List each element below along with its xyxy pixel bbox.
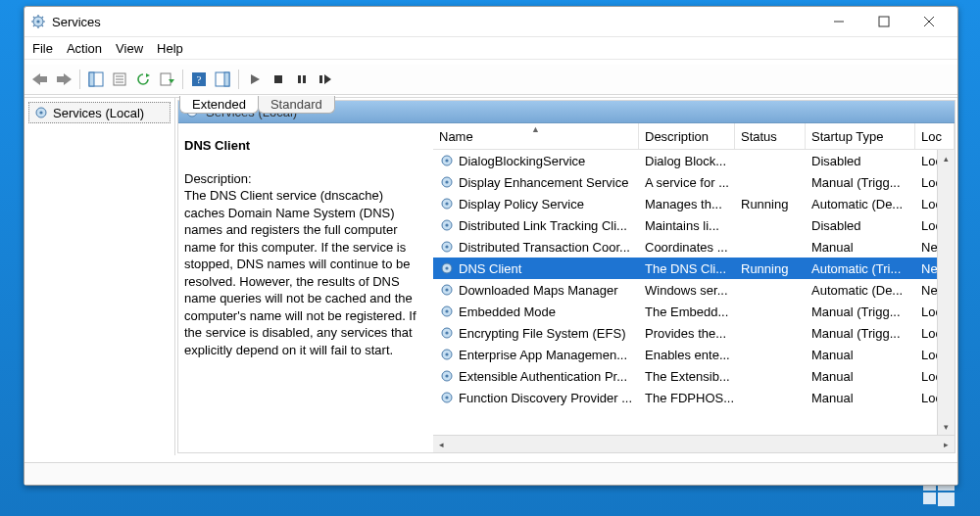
table-row[interactable]: Enterprise App Managemen...Enables ente.… (433, 344, 955, 365)
cell-name: Display Enhancement Service (433, 174, 639, 190)
service-name: DNS Client (184, 137, 423, 155)
table-row[interactable]: DNS ClientThe DNS Cli...RunningAutomatic… (433, 258, 955, 279)
svg-point-54 (445, 245, 448, 248)
svg-marker-18 (32, 73, 40, 85)
column-headers: Name▲ Description Status Startup Type Lo… (433, 123, 955, 150)
table-row[interactable]: Embedded ModeThe Embedd...Manual (Trigg.… (433, 301, 955, 322)
minimize-button[interactable] (816, 7, 861, 36)
cell-startup: Automatic (De... (806, 283, 915, 298)
gear-icon (33, 105, 49, 120)
menu-file[interactable]: File (32, 41, 53, 56)
table-row[interactable]: Extensible Authentication Pr...The Exten… (433, 365, 955, 387)
menu-action[interactable]: Action (67, 41, 102, 56)
cell-description: The Embedd... (639, 305, 735, 319)
tab-extended[interactable]: Extended (179, 96, 259, 114)
nav-tree: Services (Local) (24, 98, 175, 455)
scroll-left-icon[interactable]: ◂ (433, 436, 450, 452)
refresh-button[interactable] (131, 68, 155, 91)
table-row[interactable]: Distributed Transaction Coor...Coordinat… (433, 236, 955, 258)
svg-rect-3 (938, 493, 955, 506)
start-service-button[interactable] (243, 68, 267, 91)
cell-description: Dialog Block... (639, 154, 735, 168)
back-button[interactable] (28, 68, 52, 91)
maximize-button[interactable] (861, 7, 906, 36)
cell-name: DNS Client (433, 260, 639, 276)
gear-icon (439, 153, 455, 168)
svg-line-13 (33, 25, 35, 27)
gear-icon (439, 325, 455, 341)
menu-view[interactable]: View (116, 41, 143, 56)
col-status[interactable]: Status (735, 123, 806, 149)
pause-service-button[interactable] (290, 68, 314, 91)
menu-help[interactable]: Help (157, 41, 183, 56)
svg-point-58 (445, 288, 448, 291)
svg-rect-36 (274, 75, 282, 83)
col-name[interactable]: Name▲ (433, 123, 639, 149)
scroll-up-icon[interactable]: ▴ (938, 150, 955, 166)
cell-name: Display Policy Service (433, 196, 639, 211)
svg-marker-20 (64, 73, 72, 85)
properties-button[interactable] (108, 68, 131, 91)
svg-point-62 (445, 331, 448, 334)
svg-text:?: ? (197, 73, 202, 85)
cell-name: Distributed Link Tracking Cli... (433, 217, 639, 233)
svg-rect-21 (57, 76, 64, 82)
action-pane-button[interactable] (211, 68, 234, 91)
svg-marker-40 (324, 74, 331, 84)
cell-description: The DNS Cli... (639, 261, 735, 276)
scroll-down-icon[interactable]: ▾ (938, 418, 955, 435)
svg-point-64 (445, 352, 448, 355)
col-logon[interactable]: Loc (915, 123, 955, 149)
gear-icon (439, 304, 455, 319)
cell-description: The FDPHOS... (639, 391, 735, 405)
tab-standard[interactable]: Standard (258, 96, 335, 114)
svg-point-68 (445, 396, 448, 399)
service-list: Name▲ Description Status Startup Type Lo… (433, 123, 955, 452)
table-row[interactable]: Display Policy ServiceManages th...Runni… (433, 193, 955, 214)
nav-item-services-local[interactable]: Services (Local) (28, 102, 171, 123)
close-button[interactable] (906, 7, 952, 36)
cell-name: DialogBlockingService (433, 153, 639, 168)
cell-name: Extensible Authentication Pr... (433, 368, 639, 384)
gear-icon (439, 368, 455, 384)
col-description[interactable]: Description (639, 123, 735, 149)
description-text: The DNS Client service (dnscache) caches… (184, 187, 423, 358)
titlebar[interactable]: Services (24, 7, 957, 37)
table-row[interactable]: Distributed Link Tracking Cli...Maintain… (433, 214, 955, 236)
cell-startup: Manual (Trigg... (806, 305, 915, 319)
scroll-right-icon[interactable]: ▸ (938, 436, 955, 452)
stop-service-button[interactable] (267, 68, 290, 91)
cell-startup: Manual (Trigg... (806, 326, 915, 341)
svg-point-46 (445, 159, 448, 162)
show-hide-tree-button[interactable] (84, 68, 108, 91)
cell-status: Running (735, 261, 806, 276)
table-row[interactable]: Encrypting File System (EFS)Provides the… (433, 322, 955, 344)
toolbar: ? (24, 65, 957, 95)
forward-button[interactable] (52, 68, 75, 91)
table-row[interactable]: Downloaded Maps ManagerWindows ser...Aut… (433, 279, 955, 301)
svg-point-48 (445, 180, 448, 183)
cell-description: A service for ... (639, 175, 735, 190)
gear-icon (439, 196, 455, 211)
cell-startup: Disabled (806, 218, 915, 233)
gear-icon (439, 174, 455, 190)
nav-item-label: Services (Local) (53, 106, 144, 120)
body: Services (Local) Services (Local) DNS Cl… (24, 97, 957, 455)
horizontal-scrollbar[interactable]: ◂ ▸ (433, 435, 955, 452)
content-pane: Services (Local) DNS Client Description:… (177, 100, 956, 453)
services-app-icon (30, 14, 46, 29)
vertical-scrollbar[interactable]: ▴ ▾ (937, 150, 955, 435)
restart-service-button[interactable] (314, 68, 337, 91)
col-startup[interactable]: Startup Type (806, 123, 915, 149)
table-row[interactable]: Function Discovery Provider ...The FDPHO… (433, 387, 955, 408)
cell-description: The Extensib... (639, 369, 735, 384)
status-bar (24, 462, 957, 485)
help-button[interactable]: ? (187, 68, 211, 91)
table-row[interactable]: DialogBlockingServiceDialog Block...Disa… (433, 150, 955, 171)
cell-name: Distributed Transaction Coor... (433, 239, 639, 255)
export-list-button[interactable] (155, 68, 178, 91)
cell-description: Manages th... (639, 197, 735, 211)
table-row[interactable]: Display Enhancement ServiceA service for… (433, 171, 955, 193)
svg-line-12 (42, 17, 44, 19)
svg-rect-39 (319, 75, 322, 83)
